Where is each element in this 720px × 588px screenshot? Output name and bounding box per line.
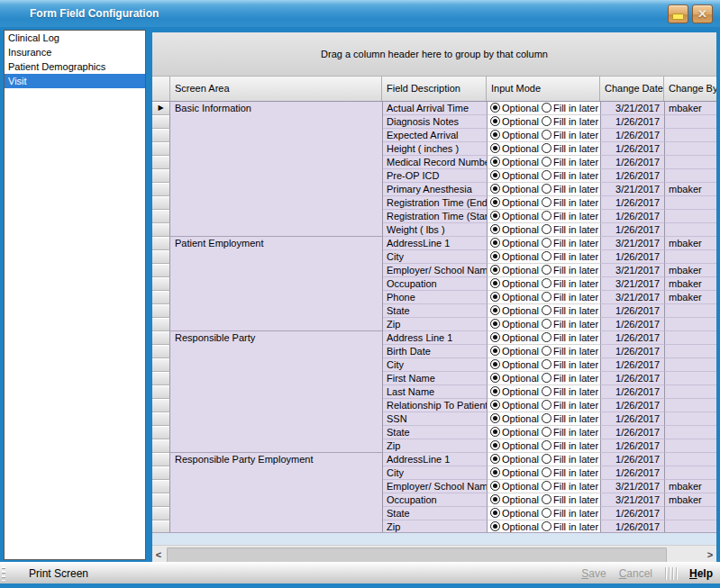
table-row[interactable]: Birth DateOptionalFill in later1/26/2017 [383,345,716,358]
radio-optional[interactable] [490,251,500,261]
table-row[interactable]: StateOptionalFill in later1/26/2017 [383,507,716,520]
radio-fill-in-later[interactable] [542,143,551,153]
radio-fill-in-later[interactable] [542,386,551,396]
radio-fill-in-later[interactable] [542,454,551,464]
radio-fill-in-later[interactable] [542,292,551,302]
radio-fill-in-later[interactable] [542,265,551,275]
table-row[interactable]: AddressLine 1OptionalFill in later3/21/2… [383,237,716,250]
table-row[interactable]: Registration Time (End)OptionalFill in l… [383,196,716,210]
group-by-band[interactable]: Drag a column header here to group by th… [152,32,716,77]
row-indicator[interactable] [152,169,170,183]
radio-fill-in-later[interactable] [542,157,551,167]
radio-optional[interactable] [490,508,500,518]
radio-fill-in-later[interactable] [542,521,551,531]
table-row[interactable]: Actual Arrival TimeOptionalFill in later… [383,102,716,115]
radio-optional[interactable] [490,359,500,369]
table-row[interactable]: Primary AnesthesiaOptionalFill in later3… [383,183,716,196]
radio-optional[interactable] [490,481,500,491]
minimize-button[interactable] [668,5,688,23]
radio-optional[interactable] [490,427,500,437]
radio-optional[interactable] [490,467,500,477]
table-row[interactable]: Height ( inches )OptionalFill in later1/… [383,142,716,156]
row-indicator[interactable] [152,372,170,385]
save-button[interactable]: Save [581,567,606,580]
table-row[interactable]: AddressLine 1OptionalFill in later1/26/2… [383,453,716,466]
close-button[interactable]: ✕ [692,5,713,23]
radio-optional[interactable] [490,211,500,221]
table-row[interactable]: OccupationOptionalFill in later3/21/2017… [383,277,716,291]
radio-optional[interactable] [490,130,500,140]
radio-optional[interactable] [490,413,500,423]
radio-fill-in-later[interactable] [542,427,551,437]
radio-fill-in-later[interactable] [542,170,551,180]
radio-optional[interactable] [490,400,500,410]
radio-fill-in-later[interactable] [542,103,551,113]
radio-fill-in-later[interactable] [542,251,551,261]
scroll-left-button[interactable]: < [152,547,165,562]
radio-optional[interactable] [490,116,500,126]
row-indicator[interactable] [152,345,170,358]
table-row[interactable]: Pre-OP ICDOptionalFill in later1/26/2017 [383,169,716,183]
table-row[interactable]: Expected ArrivalOptionalFill in later1/2… [383,129,716,142]
row-indicator[interactable] [152,196,170,210]
help-button[interactable]: Help [689,567,713,580]
radio-fill-in-later[interactable] [542,305,551,315]
table-row[interactable]: Relationship To PatientOptionalFill in l… [383,399,716,412]
radio-optional[interactable] [490,278,500,288]
column-header-screen-area[interactable]: Screen Area [170,77,382,101]
row-indicator[interactable] [152,466,170,480]
radio-optional[interactable] [490,265,500,275]
radio-fill-in-later[interactable] [542,440,551,450]
radio-optional[interactable] [490,454,500,464]
radio-optional[interactable] [490,346,500,356]
radio-fill-in-later[interactable] [542,278,551,288]
row-indicator[interactable] [152,493,170,507]
radio-fill-in-later[interactable] [542,508,551,518]
table-row[interactable]: OccupationOptionalFill in later3/21/2017… [383,493,716,507]
table-row[interactable]: StateOptionalFill in later1/26/2017 [383,304,716,318]
sidebar-item-patient-demographics[interactable]: Patient Demographics [5,59,145,74]
radio-fill-in-later[interactable] [542,467,551,477]
radio-fill-in-later[interactable] [542,373,551,383]
column-header-change-by[interactable]: Change By [664,77,716,101]
radio-optional[interactable] [490,143,500,153]
table-row[interactable]: PhoneOptionalFill in later3/21/2017mbake… [383,291,716,304]
scrollbar-thumb[interactable] [167,547,667,563]
row-indicator[interactable] [152,129,170,142]
radio-fill-in-later[interactable] [542,359,551,369]
radio-optional[interactable] [490,197,500,207]
row-indicator[interactable] [152,439,170,453]
row-indicator[interactable]: ▶ [152,102,170,115]
radio-fill-in-later[interactable] [542,400,551,410]
print-screen-button[interactable]: Print Screen [5,567,88,580]
row-indicator[interactable] [152,507,170,520]
column-header-field-description[interactable]: Field Description [382,77,487,101]
table-row[interactable]: Address Line 1OptionalFill in later1/26/… [383,331,716,345]
row-indicator[interactable] [152,399,170,412]
table-row[interactable]: ZipOptionalFill in later1/26/2017 [383,439,716,453]
row-indicator[interactable] [152,520,170,532]
radio-fill-in-later[interactable] [542,319,551,329]
scrollbar-track[interactable] [165,547,704,562]
table-row[interactable]: Weight ( lbs )OptionalFill in later1/26/… [383,223,716,237]
radio-fill-in-later[interactable] [542,332,551,342]
radio-fill-in-later[interactable] [542,481,551,491]
radio-optional[interactable] [490,103,500,113]
table-row[interactable]: Employer/ School NameOptionalFill in lat… [383,480,716,493]
column-header-input-mode[interactable]: Input Mode [487,77,600,101]
scroll-right-button[interactable]: > [704,547,716,562]
row-indicator[interactable] [152,250,170,264]
table-row[interactable]: SSNOptionalFill in later1/26/2017 [383,412,716,426]
table-row[interactable]: Employer/ School NameOptionalFill in lat… [383,264,716,277]
cancel-button[interactable]: Cancel [619,567,652,580]
radio-fill-in-later[interactable] [542,197,551,207]
row-indicator[interactable] [152,304,170,318]
radio-optional[interactable] [490,184,500,194]
radio-fill-in-later[interactable] [542,224,551,234]
row-indicator[interactable] [152,331,170,345]
row-indicator[interactable] [152,223,170,237]
table-row[interactable]: StateOptionalFill in later1/26/2017 [383,426,716,439]
radio-fill-in-later[interactable] [542,184,551,194]
table-row[interactable]: First NameOptionalFill in later1/26/2017 [383,372,716,385]
sidebar-item-visit[interactable]: Visit [5,74,145,88]
